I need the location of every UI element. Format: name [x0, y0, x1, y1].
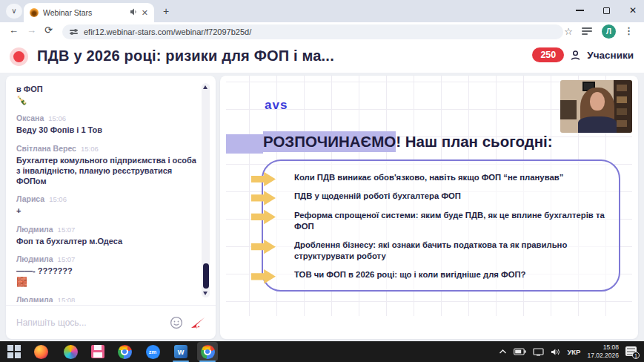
tray-time: 15:08	[603, 343, 619, 351]
agenda-item: Дроблення бізнесу: які ознаки бачить под…	[294, 240, 605, 261]
notification-count-badge: 1	[632, 352, 640, 359]
keyboard-language[interactable]: УКР	[567, 348, 580, 356]
brick-emoji: 🧱	[16, 277, 196, 287]
champagne-bottle-emoji: 🍾	[16, 95, 196, 105]
reload-button[interactable]: ⟳	[44, 24, 53, 36]
scroll-up-arrow-icon[interactable]	[203, 85, 208, 89]
chat-panel: в ФОП 🍾 Оксана15:06 Веду 30 Фопів і 1 То…	[6, 76, 216, 339]
chrome-active-icon[interactable]	[199, 343, 216, 360]
tab-audio-icon[interactable]	[130, 8, 137, 17]
url-text: efir12.webinar-stars.com/webinar/f72097b…	[84, 27, 251, 36]
title-highlight-bar	[226, 134, 263, 154]
message-author: Людмила	[16, 254, 53, 263]
zoom-icon[interactable]: zm	[145, 343, 161, 360]
profile-avatar[interactable]: Л	[602, 24, 616, 39]
participants-button[interactable]: 250 Учасники	[532, 47, 634, 62]
new-tab-button[interactable]: +	[163, 5, 169, 17]
tray-chevron-icon[interactable]	[499, 349, 507, 355]
message-text: ——- ???????	[16, 266, 196, 276]
tab-title: Webinar Stars	[43, 8, 125, 17]
browser-toolbar: ← → ⟳ efir12.webinar-stars.com/webinar/f…	[0, 22, 644, 42]
participants-label: Учасники	[587, 50, 634, 61]
message-text: Бухгалтер комульного підприємства і особ…	[16, 155, 196, 187]
scrollbar-thumb[interactable]	[203, 263, 209, 289]
copilot-icon[interactable]	[62, 343, 79, 360]
message-author: Людмила	[16, 225, 53, 234]
participants-count-badge: 250	[532, 47, 564, 62]
forward-button[interactable]: →	[27, 24, 36, 36]
presentation-panel: avs РОЗПОЧИНАЄМО! Наш план сьогодні: Кол…	[220, 76, 638, 339]
chat-message: Світлана Верес15:06 Бухгалтер комульного…	[16, 144, 196, 187]
start-button[interactable]	[6, 343, 22, 360]
message-author: Оксана	[16, 113, 44, 122]
tab-search-button[interactable]: ∨	[6, 4, 22, 19]
system-tray: УКР 15:08 17.02.2026 1	[499, 341, 644, 362]
webinar-title: ПДВ у 2026 році: ризики для ФОП і ма...	[37, 47, 334, 65]
presenter-face	[590, 92, 605, 111]
chat-message: Людмила15:07 Фоп та бухгалтер м.Одеса	[16, 225, 196, 246]
agenda-box: Коли ПДВ виникає обов'язково, навіть якщ…	[262, 159, 620, 292]
word-icon[interactable]: w	[173, 343, 189, 360]
office-chair	[560, 100, 577, 119]
battery-icon[interactable]	[514, 348, 526, 355]
chat-message: Оксана15:06 Веду 30 Фопів і 1 Тов	[16, 113, 196, 135]
message-author: Людмила	[16, 295, 53, 302]
tab-close-icon[interactable]: ✕	[142, 9, 148, 17]
browser-menu-icon[interactable]: ⋮	[624, 25, 634, 36]
windows-logo-icon	[7, 345, 21, 358]
arrow-bullet-icon	[251, 171, 276, 187]
chrome-icon[interactable]	[116, 343, 133, 360]
emoji-picker-icon[interactable]	[170, 316, 183, 329]
chat-message: Людмила15:07 ——- ??????? 🧱	[16, 254, 196, 287]
person-icon	[570, 50, 581, 61]
browser-tab[interactable]: Webinar Stars ✕	[24, 3, 154, 22]
notification-center-icon[interactable]: 1	[625, 346, 638, 358]
speaker-icon[interactable]	[551, 348, 560, 356]
message-time: 15:06	[48, 114, 66, 122]
message-time: 15:07	[58, 255, 76, 263]
windows-taskbar: zm w УКР 15:08 17.02.2026 1	[0, 341, 644, 362]
chat-input-row	[6, 305, 216, 339]
url-bar[interactable]: efir12.webinar-stars.com/webinar/f72097b…	[62, 24, 563, 39]
arrow-bullet-icon	[251, 209, 276, 225]
arrow-bullet-icon	[251, 269, 276, 284]
chat-input[interactable]	[16, 317, 162, 328]
message-author: Світлана Верес	[16, 144, 76, 153]
message-time: 15:06	[49, 195, 67, 203]
bookmark-star-icon[interactable]: ☆	[564, 26, 573, 37]
presenter-body	[578, 116, 617, 133]
site-favicon	[30, 8, 39, 17]
agenda-item: ТОВ чи ФОП в 2026 році: що і коли вигідн…	[294, 269, 605, 280]
agenda-item: ПДВ у щоденній роботі бухгалтера ФОП	[294, 191, 605, 202]
window-controls: ✕	[576, 0, 637, 21]
network-icon[interactable]	[533, 348, 544, 356]
message-time: 15:07	[58, 226, 76, 234]
chat-message-list[interactable]: в ФОП 🍾 Оксана15:06 Веду 30 Фопів і 1 То…	[16, 82, 196, 302]
chat-message: Людмила15:08 Не під'єднане відео	[16, 295, 196, 302]
browser-tab-strip: ∨ Webinar Stars ✕ + ✕	[0, 0, 644, 22]
minimize-button[interactable]	[576, 10, 584, 10]
reading-list-icon[interactable]	[582, 27, 592, 36]
chat-message: Лариса15:06 +	[16, 194, 196, 216]
avs-logo: avs	[265, 98, 288, 113]
arrow-bullet-icon	[251, 239, 276, 254]
chat-message: в ФОП 🍾	[16, 84, 196, 105]
message-author: Лариса	[16, 194, 44, 203]
recording-indicator-icon	[13, 51, 24, 62]
message-time: 15:06	[81, 145, 99, 153]
agenda-item: Реформа спрощеної системи: яким буде ПДВ…	[294, 210, 605, 231]
back-button[interactable]: ←	[9, 24, 19, 36]
clock[interactable]: 15:08 17.02.2026	[587, 343, 619, 359]
message-time: 15:08	[58, 296, 76, 302]
send-message-icon[interactable]	[190, 316, 205, 329]
floppy-app-icon[interactable]	[90, 343, 106, 360]
webinar-header: ПДВ у 2026 році: ризики для ФОП і ма... …	[0, 42, 644, 73]
scroll-down-arrow-icon[interactable]	[203, 292, 208, 295]
firefox-icon[interactable]	[33, 343, 49, 360]
site-settings-icon[interactable]	[70, 30, 78, 34]
chat-scrollbar[interactable]	[202, 83, 210, 297]
maximize-button[interactable]	[603, 7, 610, 14]
tray-date: 17.02.2026	[587, 352, 619, 359]
close-window-button[interactable]: ✕	[629, 6, 637, 15]
agenda-item: Коли ПДВ виникає обов'язково, навіть якщ…	[294, 172, 605, 183]
